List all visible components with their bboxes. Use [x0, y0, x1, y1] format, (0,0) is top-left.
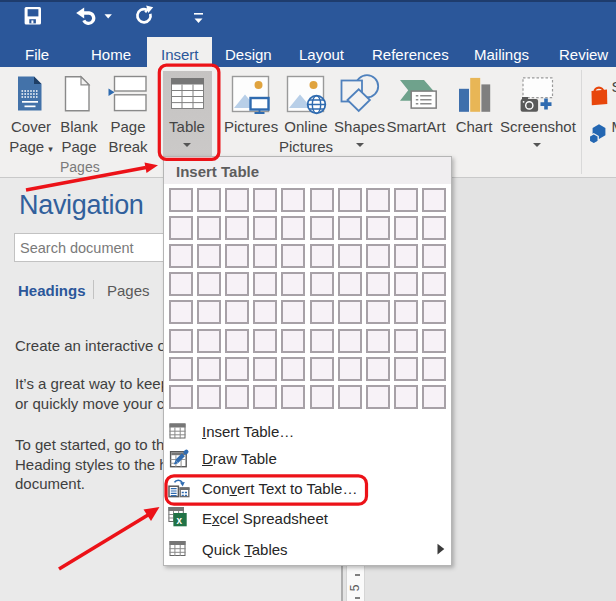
svg-text:My: My: [612, 118, 616, 135]
svg-text:Store: Store: [612, 78, 616, 95]
svg-text:x: x: [177, 515, 183, 526]
